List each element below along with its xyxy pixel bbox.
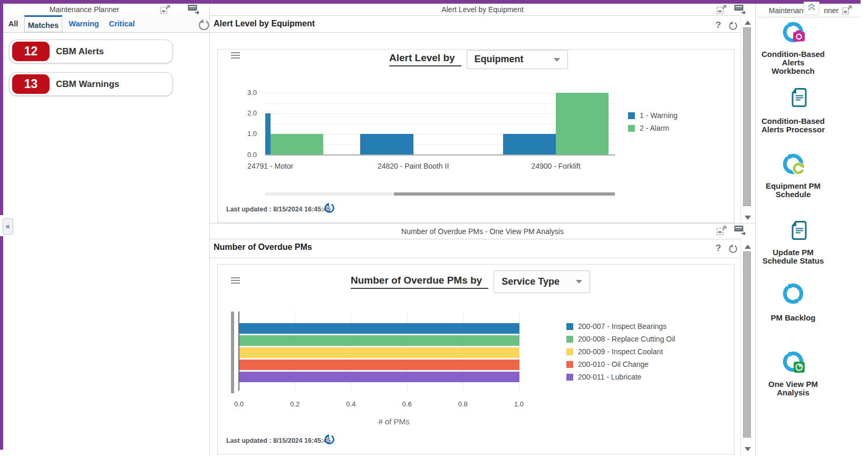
help-icon[interactable]: ? [716, 243, 721, 254]
h-scrollbar-thumb[interactable] [394, 192, 615, 196]
app-shortcut-label: Condition-Based Alerts Workbench [751, 50, 835, 75]
app-shortcut-label: One View PM Analysis [751, 380, 835, 397]
chart-title: Number of Overdue PMs by [351, 275, 488, 289]
x-axis-tick-label: 1.0 [507, 400, 531, 408]
x-axis-category-label: 24820 - Paint Booth II [355, 162, 471, 170]
document-icon [787, 87, 811, 110]
panel-title-overdue: Number of Overdue PMs [214, 242, 312, 252]
scroll-up-arrow[interactable] [745, 245, 751, 249]
scroll-up-arrow[interactable] [745, 21, 751, 25]
chart-bar[interactable] [239, 335, 519, 346]
chart-scrollbar-thumb[interactable] [231, 312, 234, 393]
tab-matches[interactable]: Matches [24, 15, 62, 32]
last-updated-text: Last updated : 8/15/2024 16:45:45 [226, 206, 331, 213]
app-shortcut-label: PM Backlog [751, 314, 835, 322]
chart-bar[interactable] [239, 323, 519, 334]
alert-card-label: CBM Alerts [56, 40, 104, 63]
chevron-down-icon [554, 58, 560, 62]
app-shortcut-label: Update PM Schedule Status [751, 248, 835, 265]
legend-label: 200-010 - Oil Change [578, 360, 649, 368]
chart-bar[interactable] [360, 134, 413, 154]
group-by-value: Service Type [494, 276, 560, 287]
help-icon[interactable]: ? [716, 20, 721, 31]
maintenance-planner-workspace: Maintenance Planner AllMatchesWarningCri… [0, 0, 868, 456]
group-by-dropdown[interactable]: Equipment [467, 50, 568, 69]
chart-bar[interactable] [239, 372, 519, 382]
legend-label: 200-007 - Inspect Bearings [578, 322, 667, 331]
scrollbar-thumb[interactable] [743, 251, 751, 438]
chart-bar[interactable] [503, 134, 556, 154]
window-frame-top [0, 0, 861, 4]
overdue-pms-chart-card: Number of Overdue PMs by Service Type0.0… [217, 264, 735, 454]
panel-title-alert-level: Alert Level by Equipment [214, 19, 315, 28]
scroll-down-arrow[interactable] [745, 216, 751, 220]
alert-card-cbm-alerts[interactable]: 12CBM Alerts [9, 40, 173, 63]
group-by-value: Equipment [467, 54, 524, 65]
chart-bar[interactable] [556, 93, 609, 154]
scroll-down-arrow[interactable] [745, 447, 751, 451]
alert-card-cbm-warnings[interactable]: 13CBM Warnings [9, 72, 173, 96]
cycle-icon [781, 282, 805, 308]
legend-item[interactable]: 200-008 - Replace Cutting Oil [566, 335, 675, 343]
alert-filter-tabs: AllMatchesWarningCritical [3, 15, 209, 33]
vertical-scrollbar[interactable] [740, 239, 755, 456]
panel-actions-icon[interactable] [188, 4, 200, 16]
chart-bar[interactable] [239, 360, 519, 370]
popout-icon[interactable] [842, 5, 853, 18]
document-icon [787, 220, 811, 243]
application-shortcut-list: Condition-Based Alerts WorkbenchConditio… [757, 17, 861, 456]
legend-swatch [566, 323, 573, 330]
legend-item[interactable]: 200-007 - Inspect Bearings [566, 322, 667, 331]
refresh-icon[interactable] [728, 244, 738, 256]
region-strip-title-overdue: Number of Overdue PMs - One View PM Anal… [401, 227, 564, 236]
alert-level-chart-card: Alert Level by Equipment0.01.02.03.02479… [217, 49, 735, 223]
cycle-camera-icon [781, 20, 805, 46]
refresh-icon[interactable] [728, 21, 738, 33]
x-axis-tick-label: 0.6 [396, 400, 419, 408]
legend-swatch [628, 112, 635, 119]
region-strip-overdue: Number of Overdue PMs - One View PM Anal… [210, 223, 755, 239]
panel-actions-icon[interactable] [734, 225, 747, 237]
x-axis-category-label: 24900 - Forklift [498, 162, 614, 170]
alert-count-badge: 13 [12, 74, 50, 94]
app-shortcut-label: Equipment PM Schedule [751, 182, 835, 199]
chart-menu-icon[interactable] [231, 277, 240, 285]
divider [210, 15, 755, 16]
region-strip-title-alert-level: Alert Level by Equipment [441, 5, 524, 14]
legend-item[interactable]: 200-011 - Lubricate [566, 373, 641, 381]
panel-actions-icon[interactable] [734, 4, 747, 16]
legend-item[interactable]: 200-009 - Inspect Coolant [566, 347, 663, 356]
legend-label: 1 - Warning [640, 111, 678, 120]
tab-critical[interactable]: Critical [107, 15, 137, 32]
popout-icon[interactable] [716, 225, 727, 238]
collapse-up-button[interactable] [804, 2, 819, 15]
x-axis-tick-label: 0.2 [283, 400, 306, 408]
legend-item[interactable]: 2 - Alarm [628, 124, 669, 132]
legend-label: 2 - Alarm [640, 124, 669, 132]
legend-swatch [566, 348, 573, 355]
x-axis-tick-label: 0.0 [227, 400, 250, 408]
legend-label: 200-009 - Inspect Coolant [578, 347, 663, 356]
refresh-icon[interactable] [198, 19, 210, 33]
chart-menu-icon[interactable] [231, 52, 240, 60]
cycle-chart-green-icon [781, 350, 805, 376]
collapse-panel-handle[interactable]: « [3, 218, 13, 235]
scrollbar-thumb[interactable] [743, 27, 751, 206]
chart-title-row: Alert Level by Equipment [389, 50, 568, 69]
legend-item[interactable]: 1 - Warning [628, 111, 678, 120]
chart-bar[interactable] [271, 134, 323, 154]
chevron-down-icon [576, 280, 582, 284]
legend-swatch [628, 125, 635, 132]
alert-card-label: CBM Warnings [56, 73, 119, 95]
chart-bar[interactable] [239, 347, 519, 358]
tab-all[interactable]: All [5, 15, 21, 32]
x-axis-category-label: 24791 - Motor [213, 162, 329, 170]
group-by-dropdown[interactable]: Service Type [494, 270, 590, 293]
tab-warning[interactable]: Warning [65, 15, 102, 32]
refresh-data-icon[interactable] [324, 434, 335, 447]
divider [210, 258, 740, 258]
chart-bar[interactable] [265, 113, 271, 154]
right-panel-title-suffix: nner [824, 6, 838, 15]
legend-item[interactable]: 200-010 - Oil Change [566, 360, 649, 368]
refresh-data-icon[interactable] [324, 202, 335, 216]
